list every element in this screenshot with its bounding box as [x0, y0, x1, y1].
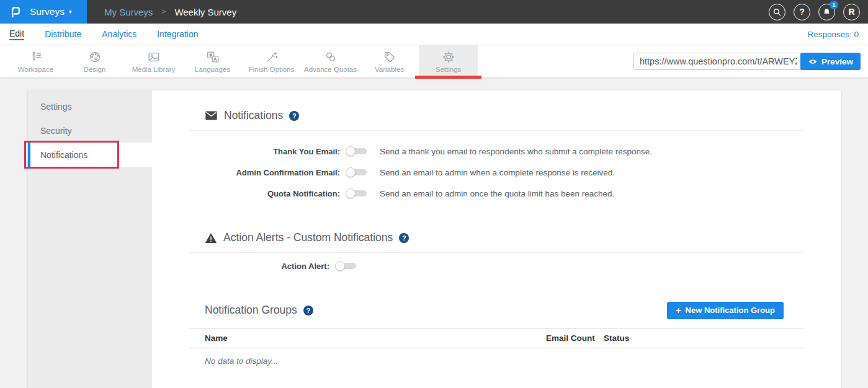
action-alert-toggle[interactable]	[335, 261, 356, 271]
section-title: Notification Groups	[205, 304, 297, 317]
admin-confirmation-email-label: Admin Confirmation Email:	[189, 168, 340, 177]
toolbar-item-design[interactable]: Design	[65, 45, 124, 77]
toolbar-item-media-library[interactable]: Media Library	[124, 45, 183, 77]
breadcrumb-current-survey: Weekly Survey	[174, 7, 236, 17]
breadcrumb-my-surveys[interactable]: My Surveys	[104, 7, 153, 17]
sidebar-item-notifications[interactable]: Notifications	[28, 143, 152, 167]
plus-icon: +	[676, 306, 681, 315]
admin-confirmation-email-toggle[interactable]	[346, 167, 367, 177]
thank-you-email-row: Thank You Email: Send a thank you email …	[189, 141, 803, 162]
settings-content-area: Settings Security Notifications Notifica…	[0, 79, 868, 388]
notification-groups-heading: Notification Groups ? + New Notification…	[189, 301, 803, 319]
tab-distribute[interactable]: Distribute	[45, 29, 81, 39]
surveys-product-menu[interactable]: Surveys ▾	[0, 0, 87, 24]
toolbar-item-advance-quotas[interactable]: Advance Quotas	[301, 45, 360, 77]
breadcrumb: My Surveys > Weekly Survey	[104, 7, 236, 17]
notification-groups-help-icon[interactable]: ?	[303, 306, 313, 315]
settings-card: Settings Security Notifications Notifica…	[28, 90, 841, 388]
bell-icon	[822, 7, 831, 17]
admin-confirmation-email-row: Admin Confirmation Email: Send an email …	[189, 162, 803, 183]
finish-options-icon	[265, 50, 279, 64]
section-title: Notifications	[224, 109, 283, 122]
avatar[interactable]: R	[843, 4, 860, 20]
notifications-panel: Notifications ? Thank You Email: Send a …	[152, 90, 841, 388]
variables-icon	[383, 50, 396, 64]
tab-edit[interactable]: Edit	[9, 29, 24, 40]
design-icon	[88, 50, 102, 64]
avatar-initial: R	[848, 7, 854, 17]
quota-notification-description: Send an email to admin once the quota li…	[380, 189, 614, 198]
warning-icon	[205, 232, 217, 244]
product-name: Surveys	[30, 6, 65, 17]
notifications-button[interactable]: 1	[818, 4, 835, 20]
column-header-name: Name	[189, 333, 546, 343]
eye-icon	[808, 58, 818, 65]
notification-toggle-rows: Thank You Email: Send a thank you email …	[189, 141, 803, 204]
quota-notification-toggle[interactable]	[346, 188, 367, 198]
media-library-icon	[147, 50, 161, 64]
tab-integration[interactable]: Integration	[157, 29, 198, 39]
action-alert-label: Action Alert:	[189, 262, 329, 271]
settings-sidebar: Settings Security Notifications	[28, 90, 152, 388]
sidebar-item-security[interactable]: Security	[28, 118, 152, 143]
sidebar-item-settings[interactable]: Settings	[28, 94, 152, 118]
preview-button[interactable]: Preview	[800, 53, 861, 70]
workspace-icon	[29, 50, 43, 64]
help-button[interactable]: ?	[794, 4, 810, 20]
toolbar-item-settings[interactable]: Settings	[419, 45, 478, 77]
column-header-status: Status	[604, 333, 803, 343]
admin-confirmation-email-description: Send an email to admin when a complete r…	[380, 168, 615, 177]
tab-analytics[interactable]: Analytics	[102, 29, 136, 39]
search-button[interactable]	[769, 4, 785, 20]
quota-notification-row: Quota Notification: Send an email to adm…	[189, 183, 803, 204]
survey-url-input[interactable]	[633, 53, 803, 70]
action-alert-row: Action Alert:	[189, 255, 803, 276]
toolbar-item-workspace[interactable]: Workspace	[6, 45, 65, 77]
search-icon	[772, 7, 782, 17]
toolbar-item-variables[interactable]: Variables	[360, 45, 419, 77]
edit-toolbar: Workspace Design Media Library Languages…	[0, 45, 868, 78]
table-header-row: Name Email Count Status	[189, 328, 803, 348]
help-icon: ?	[799, 7, 805, 17]
topbar-actions: ? 1 R	[769, 4, 860, 20]
chevron-down-icon: ▾	[69, 9, 72, 15]
column-header-email-count: Email Count	[546, 333, 604, 343]
section-title: Action Alerts - Custom Notifications	[223, 231, 393, 244]
thank-you-email-label: Thank You Email:	[189, 147, 340, 156]
notifications-section-heading: Notifications ?	[189, 109, 803, 122]
toolbar-item-languages[interactable]: Languages	[183, 45, 242, 77]
survey-nav-tabs: Edit Distribute Analytics Integration Re…	[0, 24, 868, 45]
action-alerts-section-heading: Action Alerts - Custom Notifications ?	[189, 231, 803, 244]
notification-count-badge: 1	[830, 1, 838, 9]
quota-notification-label: Quota Notification:	[189, 189, 340, 198]
languages-icon	[206, 50, 220, 64]
top-bar: Surveys ▾ My Surveys > Weekly Survey ? 1…	[0, 0, 868, 24]
responses-count[interactable]: Responses: 0	[807, 30, 859, 39]
action-alerts-help-icon[interactable]: ?	[399, 233, 409, 243]
thank-you-email-description: Send a thank you email to respondents wh…	[380, 147, 652, 156]
envelope-icon	[205, 110, 218, 121]
breadcrumb-separator: >	[161, 7, 166, 16]
divider	[189, 130, 803, 131]
new-notification-group-button[interactable]: + New Notification Group	[667, 302, 784, 319]
settings-icon	[442, 50, 455, 64]
notifications-help-icon[interactable]: ?	[289, 111, 299, 121]
advance-quotas-icon	[324, 50, 338, 64]
empty-table-message: No data to display...	[189, 348, 803, 366]
notification-groups-table: Name Email Count Status No data to displ…	[189, 328, 803, 366]
annotation-underline-settings	[415, 76, 481, 79]
thank-you-email-toggle[interactable]	[346, 146, 367, 156]
questionpro-logo-icon	[8, 4, 24, 20]
toolbar-item-finish-options[interactable]: Finish Options	[242, 45, 301, 77]
